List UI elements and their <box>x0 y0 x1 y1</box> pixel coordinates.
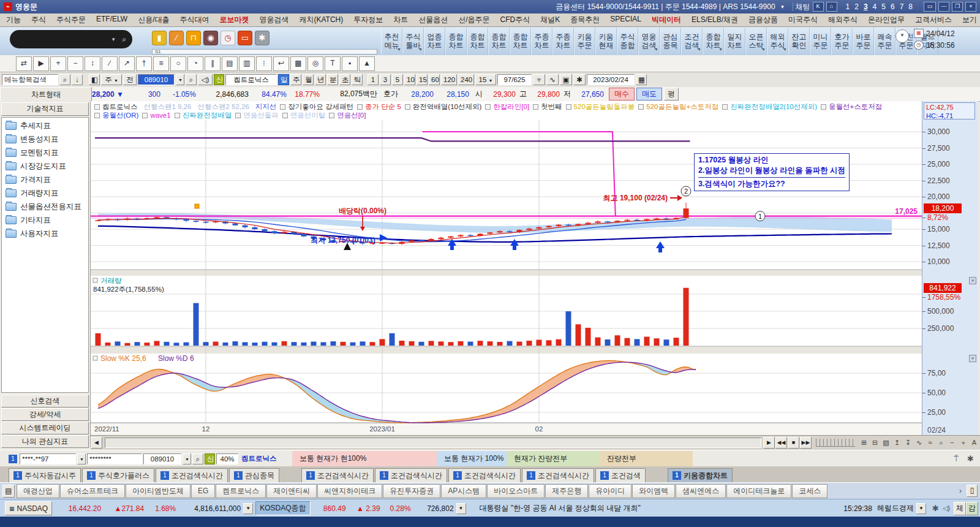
draw-tool-2[interactable]: + <box>50 56 66 71</box>
sidebar-folder-시장강도지표[interactable]: 시장강도지표 <box>2 159 88 173</box>
scroll-right-icon[interactable]: ▶ <box>763 437 775 449</box>
toolbar-button-영웅검색[interactable]: 영웅검색▼ <box>638 28 660 55</box>
sidebar-folder-모멘텀지표[interactable]: 모멘텀지표 <box>2 146 88 159</box>
menu-item[interactable]: 금융상품 <box>748 15 778 25</box>
chat-label[interactable]: 채팅 <box>796 2 810 12</box>
menu-item[interactable]: CFD주식 <box>500 15 530 25</box>
menu-item[interactable]: 종목추천 <box>570 15 600 25</box>
indicator-label[interactable]: 연음선이탈 <box>290 111 326 120</box>
mini-tool-5[interactable]: ∿ <box>914 438 924 448</box>
gear-icon[interactable]: ✱ <box>255 31 270 45</box>
menu-item[interactable]: ELS/ELB/채권 <box>692 15 738 25</box>
news-ticker[interactable]: 대통령실 "한-영 공동 AI 서울 정상회의 내달 개최" <box>480 503 641 514</box>
indicator-label[interactable]: 종가 단순 5 <box>365 102 401 112</box>
screen-number-4[interactable]: 4 <box>873 2 877 11</box>
toolbar-button-추천메뉴[interactable]: 추천메뉴▼ <box>381 28 402 55</box>
workspace-tab-조건검색식시간[interactable]: 1조건검색식시간 <box>375 468 447 482</box>
toolbar-button-종합차트[interactable]: 종합차트▼ <box>703 28 724 55</box>
save-chart-icon[interactable]: ▣ <box>560 74 572 85</box>
lock-icon[interactable]: ⊓ <box>186 31 201 45</box>
jun-button[interactable]: 전 <box>123 74 137 85</box>
indicator-box-icon[interactable] <box>94 104 100 110</box>
indicator-box-icon[interactable] <box>175 113 180 118</box>
buy-button[interactable]: 매수 <box>609 88 635 100</box>
indicator-box-icon[interactable] <box>329 113 334 118</box>
sidebar-button-나의 관심지표[interactable]: 나의 관심지표 <box>1 435 89 448</box>
menu-item[interactable]: 선물옵션 <box>418 15 448 25</box>
order-section-3[interactable]: 잔량전부 <box>600 451 693 466</box>
toolbar-button-미니주문[interactable]: 미니주문 <box>810 28 831 55</box>
index1-button[interactable]: ▦ NASDAQ <box>5 501 52 515</box>
gam-button[interactable]: 감 <box>966 502 978 515</box>
draw-tool-9[interactable]: ○ <box>170 56 186 71</box>
indicator-box-icon[interactable] <box>722 104 728 110</box>
stock-tab-제주은행[interactable]: 제주은행 <box>545 484 588 498</box>
draw-tool-8[interactable]: ≡ <box>153 56 169 71</box>
menu-item[interactable]: 주식대여 <box>179 15 209 25</box>
menu-item[interactable]: 고객서비스 <box>915 15 952 25</box>
workspace-tab-주식자동감시주[interactable]: 1주식자동감시주 <box>9 468 81 482</box>
draw-tool-15[interactable]: ↩ <box>273 56 289 71</box>
minute-button-5[interactable]: 5 <box>392 74 403 85</box>
draw-tool-3[interactable]: − <box>67 56 83 71</box>
menu-item[interactable]: 빅데이터 <box>652 15 681 25</box>
indicator-label[interactable]: wave1 <box>150 112 170 119</box>
menu-item[interactable]: 해외주식 <box>828 15 858 25</box>
mini-tool-2[interactable]: ▧ <box>881 438 891 448</box>
stock-tab-켐트로닉스[interactable]: 켐트로닉스 <box>216 484 266 498</box>
menu-item[interactable]: 주식주문 <box>56 15 86 25</box>
toolbar-button-쾌속주문[interactable]: 쾌속주문 <box>874 28 895 55</box>
password-field[interactable]: ******** <box>87 453 142 464</box>
chart-settings-icon[interactable]: ✱ <box>573 74 586 85</box>
menu-item[interactable]: 캐치(KATCH) <box>299 15 343 25</box>
minute-button-1[interactable]: 1 <box>368 74 379 85</box>
period-tab-년[interactable]: 년 <box>315 74 326 85</box>
toolbar-button-키움주문[interactable]: 키움주문 <box>574 28 595 55</box>
sidebar-folder-추세지표[interactable]: 추세지표 <box>2 119 88 132</box>
draw-tool-19[interactable]: ▪ <box>342 56 358 71</box>
menu-item[interactable]: 온라인업무 <box>868 15 905 25</box>
toolbar-button-호가주문[interactable]: 호가주문 <box>831 28 853 55</box>
chart-area[interactable]: 거래량841,922주(1,758,55%)Slow %K 25,6Slow %… <box>91 101 922 435</box>
screen-number-3[interactable]: 3 <box>864 2 868 11</box>
indicator-box-icon[interactable] <box>821 104 826 110</box>
chart-menu-icon[interactable]: ◧ <box>89 74 100 85</box>
scroll-left-icon[interactable]: ◀ <box>91 437 102 449</box>
tabs-overflow-icon[interactable]: › <box>959 487 962 495</box>
order-search-icon[interactable]: ⌕ <box>192 453 203 464</box>
annotation-box[interactable]: 1.17025 월봉상 라인 2.일봉상 라인이 월봉상 라인을 돌파한 시점 … <box>694 153 850 191</box>
brush-icon[interactable]: ∕ <box>169 31 184 45</box>
draw-tool-16[interactable]: ▩ <box>290 56 306 71</box>
workspace-tab-조건검색식시간[interactable]: 1조건검색식시간 <box>301 468 374 482</box>
indicator-label[interactable]: 지지선 <box>255 102 277 112</box>
sidebar-folder-가격지표[interactable]: 가격지표 <box>2 173 88 186</box>
period-tab-일[interactable]: 일 <box>278 74 289 85</box>
sidebar-folder-기타지표[interactable]: 기타지표 <box>2 213 88 227</box>
code-caret-icon[interactable]: ▼ <box>176 74 184 85</box>
ars-caret-icon[interactable]: ▼ <box>780 4 785 10</box>
index2-button[interactable]: KOSDAQ종합 <box>255 501 310 515</box>
scroll-start-icon[interactable]: ◀◀ <box>775 437 787 449</box>
indicator-label[interactable]: 켐트로닉스 <box>102 102 138 112</box>
toolbar-button-주종차트[interactable]: 주종차트 <box>531 28 552 55</box>
monitor-icon[interactable]: ▭ <box>924 2 936 12</box>
order-section-1[interactable]: 보통 현재가 100% <box>437 451 507 466</box>
save-icon[interactable]: ▮ <box>152 31 167 45</box>
draw-tool-14[interactable]: ⁝ <box>256 56 272 71</box>
draw-tool-11[interactable]: ∥ <box>205 56 221 71</box>
mini-tool-9[interactable]: ＋ <box>958 438 968 448</box>
scrollbar-track[interactable] <box>105 438 761 448</box>
workspace-tab-조건검색[interactable]: 1조건검색 <box>595 468 646 482</box>
toolbar-button-해외주식[interactable]: 해외주식▼ <box>767 28 788 55</box>
zoom-slider[interactable] <box>816 439 855 447</box>
status-sound-icon[interactable]: ◁) <box>943 504 950 512</box>
indicator-label[interactable]: 장기좋아요 강세패턴 <box>288 102 353 112</box>
stock-tab-EG[interactable]: EG <box>191 484 215 498</box>
order-gear-icon[interactable]: ✱ <box>967 454 974 463</box>
menu-item[interactable]: 투자정보 <box>353 15 383 25</box>
period-tab-초[interactable]: 초 <box>339 74 350 85</box>
stock-chart[interactable]: 거래량841,922주(1,758,55%)Slow %K 25,6Slow %… <box>91 101 922 435</box>
stock-tab-제이앤티씨[interactable]: 제이앤티씨 <box>266 484 317 498</box>
new-tab-icon[interactable]: ▯ <box>967 485 978 497</box>
pin-icon[interactable]: ⍑ <box>954 454 959 464</box>
